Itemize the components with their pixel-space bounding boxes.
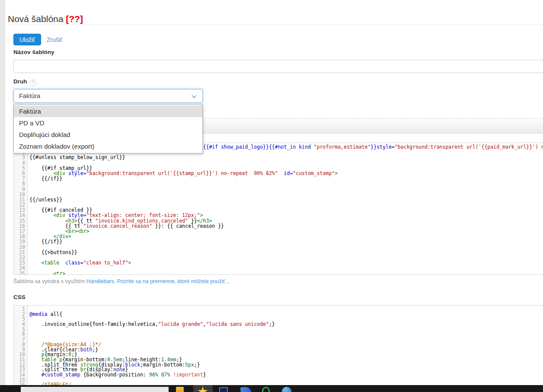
windows-taskbar — [0, 385, 543, 392]
star-app-icon[interactable] — [198, 386, 208, 392]
html-editor-code[interactable]: <div class="invoice_outline" id="invoice… — [28, 143, 543, 274]
edge-app-icon[interactable] — [240, 386, 252, 392]
css-editor[interactable]: 12345678910111213141516 @media all{ .inv… — [13, 305, 543, 386]
kind-option[interactable]: PD a VD — [14, 117, 202, 129]
kind-option[interactable]: Faktúra — [14, 105, 202, 117]
help-icon[interactable]: ? — [30, 80, 37, 86]
page-title: Nová šablóna [??] — [8, 14, 83, 24]
save-button[interactable]: Uložiť — [13, 34, 41, 45]
css-label: CSS — [13, 294, 26, 300]
window-app-icon[interactable] — [219, 387, 228, 392]
ring-app-icon[interactable] — [262, 387, 270, 392]
taskbar-search-box[interactable] — [21, 387, 169, 392]
globe-app-icon[interactable] — [282, 387, 291, 392]
cancel-link[interactable]: Zrušiť — [47, 36, 62, 43]
active-app-slot[interactable] — [193, 385, 213, 392]
page-left-gutter — [0, 0, 5, 385]
kind-selected-value: Faktúra — [19, 92, 40, 99]
kind-option[interactable]: Zoznam dokladov (export) — [14, 140, 202, 152]
title-help-badge: [??] — [66, 14, 83, 24]
kind-select[interactable]: Faktúra — [13, 89, 203, 103]
variables-link[interactable]: Pozrite sa na premenne, ktoré môžete pou… — [117, 278, 230, 284]
kind-label: Druh? — [13, 78, 37, 86]
kind-option[interactable]: Doplňujúci doklad — [14, 129, 202, 140]
page-title-text: Nová šablóna — [8, 14, 63, 24]
kind-dropdown[interactable]: FaktúraPD a VDDoplňujúci dokladZoznam do… — [13, 104, 203, 153]
handlebars-hint: Šablóna sa vytvára s využitím Handlebars… — [13, 278, 230, 284]
chevron-down-icon — [192, 93, 196, 98]
css-editor-line-numbers: 12345678910111213141516 — [14, 306, 28, 386]
html-editor-line-numbers: 1234567891011121314151617181920212223242… — [14, 143, 28, 274]
html-template-editor[interactable]: 1234567891011121314151617181920212223242… — [13, 143, 543, 275]
css-editor-code[interactable]: @media all{ .invoice_outline{font-family… — [28, 306, 543, 386]
template-name-label: Názov šablóny — [13, 49, 54, 55]
template-name-input[interactable] — [13, 60, 543, 73]
handlebars-link[interactable]: Handlebars — [86, 278, 114, 284]
orange-app-icon[interactable] — [176, 387, 184, 392]
title-divider — [8, 25, 543, 25]
